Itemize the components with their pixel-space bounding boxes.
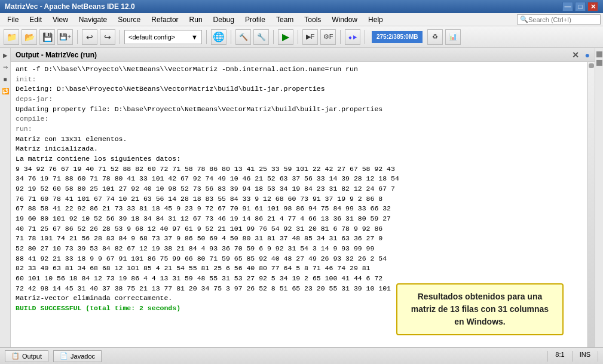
output-header: Output - MatrizVec (run) ✕ ●	[11, 48, 595, 62]
menu-help[interactable]: Help	[363, 13, 388, 26]
sep8	[365, 30, 365, 44]
config-dropdown[interactable]: <default config> ▼	[124, 30, 202, 44]
title-bar: MatrizVec - Apache NetBeans IDE 12.0 — □…	[0, 0, 603, 13]
status-div1	[547, 351, 548, 362]
menu-file[interactable]: File	[2, 13, 23, 26]
output-line: Updating property file: D:\base\Proyecto…	[16, 105, 583, 115]
menu-tools[interactable]: Tools	[299, 13, 326, 26]
javadoc-tab-btn[interactable]: 📄 Javadoc	[53, 350, 102, 362]
output-line: ant -f D:\\base\\Proyecto\\NetBeans\\Vec…	[16, 65, 583, 75]
cursor-position: 8:1	[555, 351, 564, 362]
stop-sidebar-icon[interactable]: ■	[1, 74, 10, 84]
sep5	[273, 30, 274, 44]
title-text: MatrizVec - Apache NetBeans IDE 12.0	[5, 2, 135, 11]
menu-window[interactable]: Window	[327, 13, 362, 26]
output-line: compile:	[16, 114, 583, 124]
save-btn[interactable]: 💾	[39, 29, 55, 45]
search-input[interactable]	[528, 16, 594, 23]
globe-btn[interactable]: 🌐	[211, 29, 226, 45]
callout-box: Resultados obtenidos para una matriz de …	[396, 283, 564, 335]
sep6	[298, 30, 298, 44]
run-btn[interactable]: ▶	[278, 29, 293, 45]
output-line: Matriz con 13x31 elementos.	[16, 134, 583, 145]
output-panel: Output - MatrizVec (run) ✕ ● ant -f D:\\…	[11, 48, 595, 347]
output-line: Matriz inicializada.	[16, 144, 583, 154]
output-line: 92 19 52 60 58 80 25 101 27 92 40 10 98 …	[16, 184, 583, 194]
output-line: init:	[16, 75, 583, 85]
menu-profile[interactable]: Profile	[240, 13, 270, 26]
redo-btn[interactable]: ↪	[100, 29, 115, 45]
search-icon: 🔍	[520, 16, 528, 23]
menu-source[interactable]: Source	[113, 13, 145, 26]
output-line: 67 88 58 41 22 92 86 21 73 33 81 18 45 9…	[16, 204, 583, 214]
sep7	[340, 30, 341, 44]
edit-mode: INS	[580, 351, 590, 362]
sep1	[77, 30, 78, 44]
output-line: 71 78 101 74 21 56 28 83 84 9 68 73 37 9…	[16, 234, 583, 244]
menu-bar: File Edit View Navigate Source Refactor …	[0, 13, 603, 26]
status-right: 8:1 INS	[547, 351, 598, 362]
right-icon-1	[596, 51, 602, 57]
output-line: 40 71 25 67 86 52 26 28 53 9 68 12 40 97…	[16, 224, 583, 234]
output-tab-label: Output	[22, 353, 42, 360]
window-controls: — □ ✕	[562, 2, 598, 11]
output-title: Output - MatrizVec (run)	[16, 51, 97, 59]
memory-indicator[interactable]: 275:2/385:0MB	[372, 31, 423, 43]
javadoc-tab-label: Javadoc	[71, 353, 95, 360]
output-line: 19 60 80 101 92 10 52 56 39 18 34 84 31 …	[16, 214, 583, 224]
output-line: 82 33 40 63 81 34 68 68 12 101 85 4 21 5…	[16, 264, 583, 274]
run-file-btn[interactable]: ▶F	[302, 29, 318, 45]
menu-navigate[interactable]: Navigate	[74, 13, 112, 26]
step-sidebar-icon[interactable]: ⇒	[1, 62, 10, 72]
gc-btn[interactable]: ♻	[427, 29, 443, 45]
config-label: <default config>	[128, 33, 175, 41]
output-tab-btn[interactable]: 📋 Output	[5, 350, 48, 362]
dropdown-arrow: ▼	[191, 33, 198, 41]
menu-debug[interactable]: Debug	[209, 13, 239, 26]
output-close-btn[interactable]: ✕	[572, 50, 579, 60]
compile-file-btn[interactable]: ⚙F	[320, 29, 336, 45]
new-project-btn[interactable]: 📁	[4, 29, 19, 45]
main-area: ▶ ⇒ ■ 🔁 Output - MatrizVec (run) ✕ ● ant…	[0, 48, 603, 347]
output-line: Deleting: D:\base\Proyecto\NetBeans\Vect…	[16, 84, 583, 94]
sep4	[231, 30, 231, 44]
menu-team[interactable]: Team	[271, 13, 298, 26]
menu-edit[interactable]: Edit	[25, 13, 47, 26]
status-div3	[598, 351, 598, 362]
output-line: 34 76 19 71 88 60 71 78 80 41 33 101 42 …	[16, 174, 583, 184]
status-div2	[572, 351, 573, 362]
clean-build-btn[interactable]: 🔧	[253, 29, 269, 45]
output-content: ant -f D:\\base\\Proyecto\\NetBeans\\Vec…	[11, 62, 587, 347]
rerun-sidebar-icon[interactable]: 🔁	[1, 86, 10, 96]
save-all-btn[interactable]: 💾+	[57, 29, 73, 45]
output-line: 9 34 92 76 67 19 40 71 52 88 82 60 72 71…	[16, 164, 583, 175]
undo-btn[interactable]: ↩	[82, 29, 97, 45]
right-sidebar	[595, 48, 603, 347]
menu-run[interactable]: Run	[185, 13, 207, 26]
output-scrollbar[interactable]	[587, 62, 595, 347]
maximize-button[interactable]: □	[575, 2, 586, 11]
output-line: 76 71 60 78 41 101 67 74 10 21 63 56 14 …	[16, 194, 583, 204]
close-button[interactable]: ✕	[587, 2, 598, 11]
build-btn[interactable]: 🔨	[235, 29, 251, 45]
output-line: La matriz contiene los siguientes datos:	[16, 154, 583, 164]
open-project-btn[interactable]: 📂	[22, 29, 37, 45]
menu-refactor[interactable]: Refactor	[146, 13, 183, 26]
profile-btn[interactable]: 📊	[445, 29, 461, 45]
toolbar: 📁 📂 💾 💾+ ↩ ↪ <default config> ▼ 🌐 🔨 🔧 ▶ …	[0, 26, 603, 48]
minimize-button[interactable]: —	[562, 2, 573, 11]
output-dot: ●	[585, 50, 590, 60]
output-tab-icon: 📋	[11, 352, 20, 360]
output-line: 60 101 10 56 18 84 12 73 19 86 4 4 13 31…	[16, 274, 583, 284]
status-bar: 📋 Output 📄 Javadoc 8:1 INS	[0, 347, 603, 364]
sep2	[120, 30, 120, 44]
scrollbar-thumb[interactable]	[589, 63, 594, 68]
debug-btn[interactable]: ⬥▶	[345, 29, 360, 45]
javadoc-tab-icon: 📄	[60, 352, 68, 360]
menu-view[interactable]: View	[48, 13, 73, 26]
run-sidebar-icon[interactable]: ▶	[1, 50, 10, 60]
output-line: 52 80 27 10 73 39 53 84 82 67 12 19 38 2…	[16, 244, 583, 254]
output-line: deps-jar:	[16, 94, 583, 105]
search-box[interactable]: 🔍	[517, 14, 601, 25]
sep3	[206, 30, 207, 44]
